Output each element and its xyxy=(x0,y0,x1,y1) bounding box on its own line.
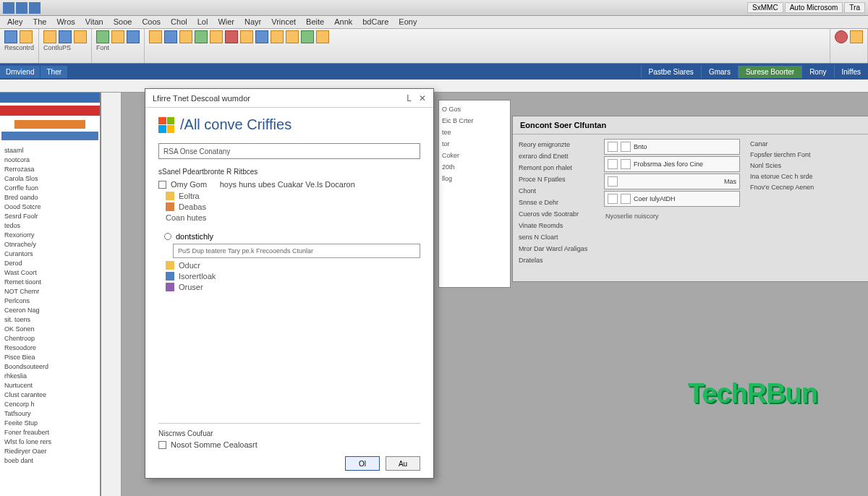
qat-icon[interactable] xyxy=(29,2,41,14)
nav-item[interactable]: Carola Slos xyxy=(4,174,95,184)
list-item[interactable]: Deabas xyxy=(179,202,206,211)
nav-item[interactable]: Corrfle fuon xyxy=(4,184,95,193)
minimize-icon[interactable]: L xyxy=(407,93,412,103)
nav-item[interactable]: nootcora xyxy=(4,155,95,165)
list-item[interactable]: Isorertloak xyxy=(179,272,216,281)
nav-item[interactable]: Rerrozasa xyxy=(4,165,95,174)
list-item[interactable]: Oducr xyxy=(179,261,200,270)
nav-item[interactable]: Wlst fo lone rers xyxy=(4,437,95,447)
nav-item[interactable]: Oood Sotcre xyxy=(4,202,95,212)
menu-item[interactable]: Sooe xyxy=(114,17,132,27)
nav-item[interactable]: Wast Coort xyxy=(4,268,95,278)
property-row[interactable]: Coer IulyAtDH xyxy=(604,191,740,207)
ribbon-icon[interactable] xyxy=(316,30,329,43)
search-box[interactable]: SxMMC xyxy=(747,2,783,13)
nav-item[interactable]: Resoodore xyxy=(4,343,95,353)
menu-item[interactable]: Nayr xyxy=(244,17,261,27)
nav-item[interactable]: Riediryer Oaer xyxy=(4,447,95,456)
ribbon-icon[interactable] xyxy=(255,30,268,43)
nav-item[interactable]: Derod xyxy=(4,259,95,268)
property-row[interactable]: Mas xyxy=(604,174,740,189)
nav-highlight[interactable] xyxy=(14,120,85,129)
ribbon-icon[interactable] xyxy=(74,30,87,43)
nav-item[interactable]: staaml xyxy=(4,146,95,155)
nav-item[interactable]: Sesrd Foolr xyxy=(4,212,95,221)
subbar-button[interactable]: Iniffes xyxy=(834,66,869,78)
ribbon-icon[interactable] xyxy=(301,30,314,43)
menu-item[interactable]: Wros xyxy=(56,17,75,27)
account-button[interactable]: Auto Microsom xyxy=(785,2,843,13)
subbar-button[interactable]: Surese Boorter xyxy=(738,66,801,78)
nav-bluestrip[interactable] xyxy=(1,132,98,140)
ribbon-icon[interactable] xyxy=(96,30,109,43)
property-row[interactable]: Frobsrma Jies foro Cine xyxy=(604,156,740,172)
menu-item[interactable]: Wier xyxy=(218,17,234,27)
path-display[interactable]: PuS Dup teatere Tary pe.k Frecooends Ctu… xyxy=(173,244,420,258)
ribbon-icon[interactable] xyxy=(149,30,162,43)
path-input[interactable]: RSA Onse Conatany xyxy=(158,143,420,159)
list-item[interactable]: Eoltra xyxy=(179,192,200,200)
nav-item[interactable]: rhkeslia xyxy=(4,372,95,381)
subbar-button[interactable]: Pastbe Siares xyxy=(641,66,701,78)
nav-item[interactable]: Bred oando xyxy=(4,193,95,202)
menu-item[interactable]: Aley xyxy=(7,17,22,27)
property-row[interactable]: Bnto xyxy=(604,139,740,155)
nav-item[interactable]: Pisce Biea xyxy=(4,353,95,362)
nav-item[interactable]: Foner freaubert xyxy=(4,428,95,437)
ribbon-icon[interactable] xyxy=(850,30,863,43)
nav-item[interactable]: NOT Chemr xyxy=(4,287,95,296)
checkbox[interactable] xyxy=(158,181,166,189)
cancel-button[interactable]: Au xyxy=(386,456,420,471)
ribbon-icon[interactable] xyxy=(20,30,33,43)
list-item[interactable]: Oruser xyxy=(179,283,203,291)
ribbon-icon[interactable] xyxy=(195,30,208,43)
menu-item[interactable]: Annk xyxy=(334,17,352,27)
nav-item[interactable]: Otnrache/y xyxy=(4,240,95,249)
nav-item[interactable]: Nurtucent xyxy=(4,381,95,390)
list-item[interactable]: Coan hutes xyxy=(166,213,206,222)
menu-item[interactable]: Vrincet xyxy=(271,17,296,27)
nav-item[interactable]: tedos xyxy=(4,221,95,231)
nav-item[interactable]: OK Sonen xyxy=(4,325,95,334)
menu-item[interactable]: Coos xyxy=(142,17,161,27)
nav-item[interactable]: Perlcons xyxy=(4,296,95,306)
ok-button[interactable]: Ol xyxy=(345,456,380,471)
menu-item[interactable]: bdCare xyxy=(362,17,388,27)
ribbon-icon[interactable] xyxy=(43,30,56,43)
nav-item[interactable]: Clust carantee xyxy=(4,390,95,400)
menu-item[interactable]: Chol xyxy=(171,17,187,27)
record-icon[interactable] xyxy=(835,30,848,43)
menu-item[interactable]: Beite xyxy=(306,17,324,27)
subbar-button[interactable]: Rony xyxy=(801,66,833,78)
qat-icon[interactable] xyxy=(3,2,14,14)
nav-item[interactable]: Feeite Stup xyxy=(4,419,95,428)
ribbon-options[interactable]: Tra xyxy=(844,2,865,13)
menu-item[interactable]: Eony xyxy=(399,17,417,27)
nav-item[interactable]: Rexoriorry xyxy=(4,231,95,240)
menu-item[interactable]: Lol xyxy=(197,17,208,27)
ribbon-icon[interactable] xyxy=(164,30,177,43)
nav-item[interactable]: Boondsouteerd xyxy=(4,362,95,372)
nav-item[interactable]: boeb dant xyxy=(4,456,95,466)
checkbox[interactable] xyxy=(158,441,166,449)
nav-item[interactable]: Curantors xyxy=(4,249,95,259)
ribbon-icon[interactable] xyxy=(240,30,253,43)
ribbon-icon[interactable] xyxy=(4,30,17,43)
menu-item[interactable]: Vitan xyxy=(85,17,103,27)
radio-button[interactable] xyxy=(164,233,171,240)
nav-item[interactable]: Ceeron Nag xyxy=(4,306,95,315)
ribbon-icon[interactable] xyxy=(111,30,124,43)
ribbon-icon[interactable] xyxy=(271,30,284,43)
nav-item[interactable]: Chentroop xyxy=(4,334,95,343)
subbar-tab[interactable]: Dmviend xyxy=(0,66,41,78)
subbar-tab[interactable]: Ther xyxy=(41,66,68,78)
ribbon-icon[interactable] xyxy=(210,30,223,43)
nav-item[interactable]: Remet tioont xyxy=(4,278,95,287)
ribbon-icon[interactable] xyxy=(286,30,299,43)
ribbon-icon[interactable] xyxy=(225,30,238,43)
nav-item[interactable]: Tatfsoury xyxy=(4,409,95,419)
nav-item[interactable]: Cencorp h xyxy=(4,400,95,409)
ribbon-icon[interactable] xyxy=(59,30,72,43)
ribbon-icon[interactable] xyxy=(127,30,140,43)
close-icon[interactable]: ✕ xyxy=(419,93,426,103)
